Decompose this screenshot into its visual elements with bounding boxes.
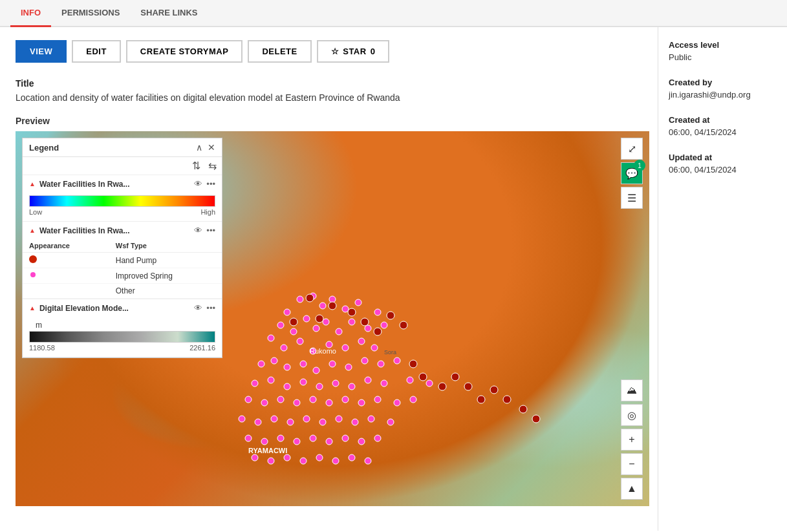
gradient-bar-container-3: m 1180.58 2261.16 xyxy=(23,317,222,357)
layer3-visibility-button[interactable]: 👁 xyxy=(194,303,202,313)
title-label: Title xyxy=(16,78,642,89)
elev-min-label: 1180.58 xyxy=(29,344,55,352)
layer2-icons: 👁 ••• xyxy=(194,226,215,235)
layer1-title: Water Facilities In Rwa... xyxy=(39,180,190,189)
sort-down-icon[interactable]: ⇅ xyxy=(192,160,200,172)
tab-permissions[interactable]: PERMISSIONS xyxy=(51,0,130,27)
access-level-value: Public xyxy=(669,52,777,62)
zoom-out-icon: − xyxy=(629,458,634,470)
toolbar: VIEW EDIT CREATE STORYMAP DELETE ☆ STAR … xyxy=(16,40,642,63)
layer1-chevron-icon: ▲ xyxy=(29,180,36,187)
updated-at-value: 06:00, 04/15/2024 xyxy=(669,165,777,175)
access-level-label: Access level xyxy=(669,40,777,50)
created-at-label: Created at xyxy=(669,115,777,125)
terrain-icon: ⛰ xyxy=(627,385,637,396)
sort-up-icon[interactable]: ⇆ xyxy=(208,160,217,172)
created-by-value: jin.igarashi@undp.org xyxy=(669,90,777,100)
gradient-labels-1: Low High xyxy=(29,208,215,216)
terrain-button[interactable]: ⛰ xyxy=(621,379,643,401)
layer1-icons: 👁 ••• xyxy=(194,179,215,189)
legend-title: Legend xyxy=(29,143,59,153)
row2-label: Improved Spring xyxy=(109,268,222,284)
row3-dot-cell xyxy=(23,284,109,299)
gradient-bar-1 xyxy=(29,195,215,207)
preview-label: Preview xyxy=(16,116,642,126)
view-button[interactable]: VIEW xyxy=(16,40,67,63)
layer3-more-button[interactable]: ••• xyxy=(206,303,215,313)
top-tabs: INFO PERMISSIONS SHARE LINKS xyxy=(0,0,787,27)
star-button[interactable]: ☆ STAR 0 xyxy=(317,40,390,63)
elevation-labels: 1180.58 2261.16 xyxy=(29,344,215,352)
table-row: Other xyxy=(23,284,222,299)
row2-dot-cell xyxy=(23,268,109,284)
content-area: VIEW EDIT CREATE STORYMAP DELETE ☆ STAR … xyxy=(0,27,658,531)
row1-dot-cell xyxy=(23,253,109,268)
fullscreen-icon: ⤢ xyxy=(628,143,636,155)
legend-controls: ∧ ✕ xyxy=(196,142,215,153)
row3-label: Other xyxy=(109,284,222,299)
created-at-value: 06:00, 04/15/2024 xyxy=(669,127,777,137)
create-storymap-button[interactable]: CREATE STORYMAP xyxy=(126,40,243,63)
layer1-more-button[interactable]: ••• xyxy=(206,179,215,189)
access-level-section: Access level Public xyxy=(669,40,777,62)
legend-layer-1: ▲ Water Facilities In Rwa... 👁 ••• Low H… xyxy=(23,175,222,222)
created-at-section: Created at 06:00, 04/15/2024 xyxy=(669,115,777,137)
right-sidebar: Access level Public Created by jin.igara… xyxy=(658,27,787,531)
delete-button[interactable]: DELETE xyxy=(248,40,311,63)
legend-panel: Legend ∧ ✕ ⇅ ⇆ ▲ Water Facilities In Rwa… xyxy=(22,138,222,358)
layer1-visibility-button[interactable]: 👁 xyxy=(194,179,202,189)
legend-layer-1-header: ▲ Water Facilities In Rwa... 👁 ••• xyxy=(23,175,222,193)
edit-button[interactable]: EDIT xyxy=(72,40,121,63)
compass-button[interactable]: ▲ xyxy=(621,478,643,500)
title-value: Location and density of water facilities… xyxy=(16,92,642,103)
list-button[interactable]: ☰ xyxy=(621,187,643,209)
tab-sharelinks[interactable]: SHARE LINKS xyxy=(130,0,208,27)
wsf-legend-table: Appearance Wsf Type Hand Pump Im xyxy=(23,239,222,299)
wsf-col-header: Wsf Type xyxy=(109,239,222,253)
legend-header: Legend ∧ ✕ xyxy=(23,138,222,157)
table-row: Hand Pump xyxy=(23,253,222,268)
zoom-out-button[interactable]: − xyxy=(621,453,643,475)
table-row: Improved Spring xyxy=(23,268,222,284)
elev-max-label: 2261.16 xyxy=(189,344,215,352)
comment-count-badge: 1 xyxy=(634,160,645,171)
hand-pump-dot xyxy=(29,255,37,263)
created-by-label: Created by xyxy=(669,78,777,87)
map-controls-right: ⤢ 💬 1 ☰ xyxy=(621,138,643,209)
layer2-more-button[interactable]: ••• xyxy=(206,226,215,235)
layer3-chevron-icon: ▲ xyxy=(29,304,36,312)
gradient-low-label: Low xyxy=(29,208,42,216)
appearance-col-header: Appearance xyxy=(23,239,109,253)
fullscreen-button[interactable]: ⤢ xyxy=(621,138,643,160)
star-count: 0 xyxy=(371,47,376,56)
row1-label: Hand Pump xyxy=(109,253,222,268)
zoom-in-icon: + xyxy=(629,434,634,445)
layer2-title: Water Facilities In Rwa... xyxy=(39,226,190,235)
legend-layer-2: ▲ Water Facilities In Rwa... 👁 ••• Appea… xyxy=(23,222,222,299)
legend-collapse-button[interactable]: ∧ xyxy=(196,142,202,153)
map-controls-bottom: ⛰ ◎ + − ▲ xyxy=(621,379,643,500)
legend-layer-3: ▲ Digital Elevation Mode... 👁 ••• m 1180… xyxy=(23,299,222,357)
improved-spring-dot xyxy=(29,271,37,279)
star-label: STAR xyxy=(343,47,366,56)
compass-icon: ▲ xyxy=(627,483,637,495)
zoom-in-button[interactable]: + xyxy=(621,429,643,451)
elevation-gradient-bar xyxy=(29,331,215,343)
layer3-title: Digital Elevation Mode... xyxy=(39,304,190,313)
updated-at-section: Updated at 06:00, 04/15/2024 xyxy=(669,153,777,175)
gradient-bar-container-1: Low High xyxy=(23,193,222,221)
legend-layer-3-header: ▲ Digital Elevation Mode... 👁 ••• xyxy=(23,299,222,317)
star-icon: ☆ xyxy=(331,47,340,56)
main-layout: VIEW EDIT CREATE STORYMAP DELETE ☆ STAR … xyxy=(0,27,787,531)
created-by-section: Created by jin.igarashi@undp.org xyxy=(669,78,777,100)
layer2-chevron-icon: ▲ xyxy=(29,227,36,234)
elevation-unit: m xyxy=(29,319,215,331)
list-icon: ☰ xyxy=(627,192,636,204)
layer2-visibility-button[interactable]: 👁 xyxy=(194,226,202,235)
location-button[interactable]: ◎ xyxy=(621,404,643,426)
map-container[interactable]: Rukomo RYAMACWI Kibungo Sora Nyakarimbi … xyxy=(16,131,649,506)
layer3-icons: 👁 ••• xyxy=(194,303,215,313)
location-icon: ◎ xyxy=(627,409,636,421)
legend-close-button[interactable]: ✕ xyxy=(208,142,215,153)
tab-info[interactable]: INFO xyxy=(10,0,51,27)
